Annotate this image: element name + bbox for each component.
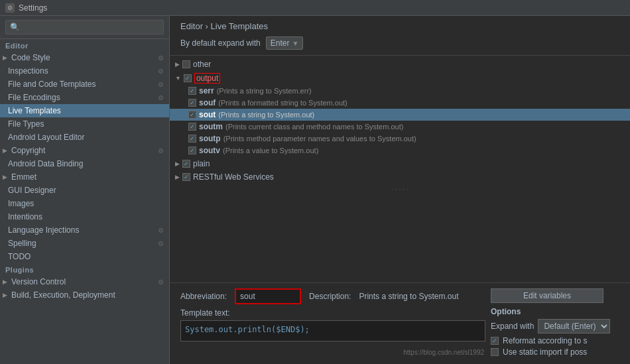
sidebar-item-images[interactable]: Images <box>0 197 169 210</box>
group-check-restful[interactable]: ✓ <box>182 173 190 181</box>
template-item-sout[interactable]: ✓ sout (Prints a string to System.out) <box>170 109 630 121</box>
template-name-sout: sout <box>199 110 216 119</box>
group-header-plain[interactable]: ▶ ✓ plain <box>170 158 630 170</box>
group-check-plain[interactable]: ✓ <box>182 160 190 168</box>
template-check-soutm[interactable]: ✓ <box>188 123 196 131</box>
sidebar-item-android-layout-editor[interactable]: Android Layout Editor <box>0 131 169 144</box>
template-item-souf[interactable]: ✓ souf (Prints a formatted string to Sys… <box>170 97 630 109</box>
template-check-souf[interactable]: ✓ <box>188 99 196 107</box>
title-bar: ⚙ Settings <box>0 0 630 16</box>
template-item-serr[interactable]: ✓ serr (Prints a string to System.err) <box>170 85 630 97</box>
settings-icon-right3: ⚙ <box>158 81 164 88</box>
settings-icon-right: ⚙ <box>158 54 164 62</box>
sidebar-item-label: File and Code Templates <box>8 80 96 89</box>
sidebar-item-build[interactable]: ▶ Build, Execution, Deployment <box>0 288 169 302</box>
template-check-sout[interactable]: ✓ <box>188 111 196 119</box>
template-desc-souf: (Prints a formatted string to System.out… <box>218 99 347 107</box>
sidebar-item-intentions[interactable]: Intentions <box>0 210 169 223</box>
search-box[interactable] <box>0 16 169 39</box>
template-desc-soutp: (Prints method parameter names and value… <box>223 135 416 143</box>
group-header-output[interactable]: ▼ ✓ output <box>170 72 630 85</box>
sidebar-item-label: Language Injections <box>8 225 79 235</box>
sidebar-item-label: Build, Execution, Deployment <box>11 290 115 300</box>
templates-list: ▶ other ▼ ✓ output ✓ serr (Prints a stri… <box>170 56 630 282</box>
sidebar-item-gui-designer[interactable]: GUI Designer <box>0 184 169 197</box>
template-desc-sout: (Prints a string to System.out) <box>218 111 314 119</box>
main-layout: Editor ▶ Code Style ⚙ Inspections ⚙ File… <box>0 16 630 364</box>
template-item-soutv[interactable]: ✓ soutv (Prints a value to System.out) <box>170 145 630 156</box>
template-check-serr[interactable]: ✓ <box>188 87 196 95</box>
arrow-icon4: ▶ <box>3 278 7 285</box>
expand-with-dropdown[interactable]: Default (Enter) <box>538 319 610 334</box>
group-restful: ▶ ✓ RESTful Web Services <box>170 171 630 183</box>
watermark: https://blog.csdn.net/sl1992 <box>403 349 484 356</box>
sidebar-item-label: Copyright <box>11 146 45 155</box>
group-check-other[interactable] <box>182 60 190 68</box>
sidebar-item-todo[interactable]: TODO <box>0 250 169 263</box>
template-desc-soutm: (Prints current class and method names t… <box>225 123 403 131</box>
sidebar-item-file-types[interactable]: File Types <box>0 117 169 131</box>
abbreviation-input[interactable] <box>235 288 301 304</box>
template-check-soutv[interactable]: ✓ <box>188 147 196 154</box>
expand-dropdown[interactable]: Enter ▼ <box>266 36 304 50</box>
sidebar-item-label: Emmet <box>11 172 36 182</box>
group-header-other[interactable]: ▶ other <box>170 58 630 70</box>
static-import-check[interactable] <box>491 348 499 356</box>
sidebar-item-language-injections[interactable]: Language Injections ⚙ <box>0 223 169 237</box>
sidebar-item-label: Code Style <box>11 53 50 62</box>
group-name-restful: RESTful Web Services <box>193 172 274 182</box>
sidebar: Editor ▶ Code Style ⚙ Inspections ⚙ File… <box>0 16 170 364</box>
reformat-label: Reformat according to s <box>503 336 587 345</box>
group-output: ▼ ✓ output ✓ serr (Prints a string to Sy… <box>170 72 630 156</box>
template-name-soutp: soutp <box>199 134 221 143</box>
edit-variables-button[interactable]: Edit variables <box>491 288 603 303</box>
template-item-soutp[interactable]: ✓ soutp (Prints method parameter names a… <box>170 133 630 145</box>
description-value: Prints a string to System.out <box>359 292 458 301</box>
sidebar-item-label: Inspections <box>8 66 48 76</box>
search-input[interactable] <box>5 20 164 34</box>
group-header-restful[interactable]: ▶ ✓ RESTful Web Services <box>170 171 630 183</box>
bottom-right: Edit variables Options Expand with Defau… <box>485 288 619 359</box>
template-text-area[interactable]: System.out.println($END$); <box>180 320 485 341</box>
sidebar-item-inspections[interactable]: Inspections ⚙ <box>0 64 169 78</box>
sidebar-item-spelling[interactable]: Spelling ⚙ <box>0 237 169 250</box>
content-area: Editor › Live Templates By default expan… <box>170 16 630 364</box>
group-arrow-icon3: ▶ <box>175 160 180 167</box>
sidebar-item-emmet[interactable]: ▶ Emmet <box>0 170 169 184</box>
template-check-soutp[interactable]: ✓ <box>188 135 196 143</box>
settings-icon-right6: ⚙ <box>158 227 164 234</box>
title-bar-text: Settings <box>19 3 47 13</box>
sidebar-item-label: GUI Designer <box>8 186 56 195</box>
group-check-output[interactable]: ✓ <box>184 74 192 82</box>
template-name-soutm: soutm <box>199 122 223 131</box>
chevron-down-icon: ▼ <box>292 40 298 47</box>
template-text-value: System.out.println($END$); <box>185 325 310 334</box>
static-import-label: Use static import if poss <box>503 347 587 357</box>
group-name-plain: plain <box>193 159 210 168</box>
arrow-icon3: ▶ <box>3 174 7 180</box>
reformat-check[interactable]: ✓ <box>491 337 499 345</box>
settings-icon-right5: ⚙ <box>158 147 164 154</box>
bottom-panel: Abbreviation: Description: Prints a stri… <box>170 282 630 364</box>
editor-section-label: Editor <box>0 39 169 51</box>
sidebar-item-copyright[interactable]: ▶ Copyright ⚙ <box>0 144 169 157</box>
settings-icon-right8: ⚙ <box>158 278 164 286</box>
expand-label: By default expand with <box>180 38 261 48</box>
group-plain: ▶ ✓ plain <box>170 158 630 170</box>
template-name-soutv: soutv <box>199 146 220 155</box>
option-row-reformat: ✓ Reformat according to s <box>491 336 610 345</box>
plugins-section-label: Plugins <box>0 263 169 275</box>
settings-icon-right2: ⚙ <box>158 68 164 75</box>
template-item-soutm[interactable]: ✓ soutm (Prints current class and method… <box>170 121 630 133</box>
sidebar-item-android-data-binding[interactable]: Android Data Binding <box>0 157 169 170</box>
options-label: Options <box>491 307 610 316</box>
sidebar-item-version-control[interactable]: ▶ Version Control ⚙ <box>0 275 169 288</box>
sidebar-item-label: TODO <box>8 252 31 261</box>
sidebar-item-live-templates[interactable]: Live Templates <box>0 104 169 117</box>
group-arrow-icon4: ▶ <box>175 174 180 180</box>
divider-dots: · · · · · <box>170 184 630 194</box>
sidebar-item-code-style[interactable]: ▶ Code Style ⚙ <box>0 51 169 64</box>
sidebar-item-file-code-templates[interactable]: File and Code Templates ⚙ <box>0 78 169 91</box>
group-name-output: output <box>194 73 220 84</box>
sidebar-item-file-encodings[interactable]: File Encodings ⚙ <box>0 91 169 104</box>
